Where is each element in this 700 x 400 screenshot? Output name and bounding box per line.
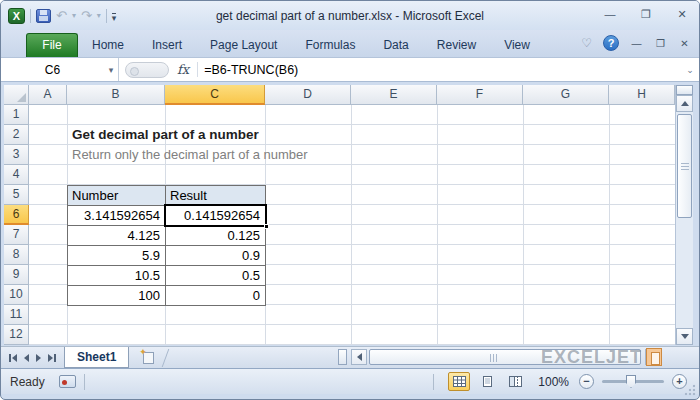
previous-sheet-button[interactable] xyxy=(24,354,29,362)
column-header-g[interactable]: G xyxy=(523,85,609,105)
scroll-down-button[interactable] xyxy=(676,328,693,345)
zoom-slider-track[interactable] xyxy=(602,380,664,383)
column-header-d[interactable]: D xyxy=(265,85,351,105)
column-header-e[interactable]: E xyxy=(351,85,437,105)
minimize-workbook-icon[interactable]: — xyxy=(630,38,643,49)
page-layout-view-button[interactable] xyxy=(476,372,498,391)
row-header-5[interactable]: 5 xyxy=(4,185,29,205)
vertical-scrollbar[interactable] xyxy=(675,85,693,345)
row-header-7[interactable]: 7 xyxy=(4,225,29,245)
column-header-b[interactable]: B xyxy=(67,85,165,105)
tab-file[interactable]: File xyxy=(26,33,78,57)
row-header-12[interactable]: 12 xyxy=(4,325,29,345)
zoom-slider-handle[interactable] xyxy=(626,375,636,388)
tab-home[interactable]: Home xyxy=(78,33,138,57)
row-header-8[interactable]: 8 xyxy=(4,245,29,265)
status-ready-text: Ready xyxy=(1,375,59,389)
sheet-tab-sheet1[interactable]: Sheet1 xyxy=(64,347,129,368)
select-all-corner[interactable] xyxy=(4,85,29,105)
zoom-out-button[interactable]: − xyxy=(579,374,594,389)
cell-b9[interactable]: 10.5 xyxy=(68,266,166,286)
arrow-down-icon xyxy=(681,334,689,339)
cell-b7[interactable]: 4.125 xyxy=(68,226,166,246)
insert-worksheet-button[interactable]: ✦ xyxy=(139,350,157,365)
tab-data[interactable]: Data xyxy=(369,33,422,57)
row-header-9[interactable]: 9 xyxy=(4,265,29,285)
macro-record-icon[interactable] xyxy=(59,375,76,388)
vertical-scroll-thumb[interactable] xyxy=(677,114,692,218)
row-header-11[interactable]: 11 xyxy=(4,305,29,325)
exceljet-watermark: EXCELJET xyxy=(541,347,662,367)
column-header-h[interactable]: H xyxy=(609,85,675,105)
gridline xyxy=(351,105,352,345)
page-break-preview-button[interactable] xyxy=(504,372,526,391)
table-header-number[interactable]: Number xyxy=(68,186,166,206)
tab-review[interactable]: Review xyxy=(423,33,490,57)
resize-grip[interactable] xyxy=(684,384,696,396)
tab-insert[interactable]: Insert xyxy=(138,33,196,57)
cell-b10[interactable]: 100 xyxy=(68,286,166,306)
name-box-dropdown-icon[interactable]: ▾ xyxy=(104,65,118,75)
next-sheet-button[interactable] xyxy=(36,354,41,362)
gridline xyxy=(523,105,524,345)
cell-b8[interactable]: 5.9 xyxy=(68,246,166,266)
gridline xyxy=(609,105,610,345)
help-icon[interactable]: ? xyxy=(603,35,619,51)
ribbon-right-controls: ♡ ? — ❐ ✕ xyxy=(581,35,691,51)
table-header-result[interactable]: Result xyxy=(166,186,266,206)
restore-window-icon[interactable]: ❐ xyxy=(639,8,653,21)
cell-c10[interactable]: 0 xyxy=(166,286,266,306)
heart-icon[interactable]: ♡ xyxy=(581,36,592,50)
column-header-a[interactable]: A xyxy=(29,85,67,105)
normal-view-button[interactable] xyxy=(448,372,470,391)
row-header-6[interactable]: 6 xyxy=(4,205,29,225)
scroll-up-button[interactable] xyxy=(676,95,693,112)
row-header-10[interactable]: 10 xyxy=(4,285,29,305)
cell-c8[interactable]: 0.9 xyxy=(166,246,266,266)
insert-function-divider xyxy=(125,62,169,78)
table-row: 5.9 0.9 xyxy=(68,246,266,266)
vertical-split-handle[interactable] xyxy=(676,85,693,95)
fill-handle[interactable] xyxy=(264,224,269,229)
column-header-f[interactable]: F xyxy=(437,85,523,105)
cell-c7[interactable]: 0.125 xyxy=(166,226,266,246)
selected-cell-outline[interactable] xyxy=(164,204,267,227)
column-headers: A B C D E F G H xyxy=(4,85,675,105)
row-header-4[interactable]: 4 xyxy=(4,165,29,185)
divider xyxy=(433,374,434,390)
arrow-up-icon xyxy=(681,101,689,106)
row-headers: 1 2 3 4 5 6 7 8 9 10 11 12 xyxy=(4,105,29,345)
name-box[interactable]: C6 ▾ xyxy=(1,58,119,81)
name-box-value: C6 xyxy=(1,63,104,77)
normal-view-icon xyxy=(453,376,466,387)
table-row: 100 0 xyxy=(68,286,266,306)
table-header-row: Number Result xyxy=(68,186,266,206)
gridline xyxy=(437,105,438,345)
close-window-icon[interactable]: ✕ xyxy=(675,8,689,21)
row-header-2[interactable]: 2 xyxy=(4,125,29,145)
scroll-left-button[interactable] xyxy=(351,349,367,365)
row-header-3[interactable]: 3 xyxy=(4,145,29,165)
ribbon-tab-bar: File Home Insert Page Layout Formulas Da… xyxy=(1,30,699,58)
window-title: get decimal part of a number.xlsx - Micr… xyxy=(1,9,699,23)
cell-b6[interactable]: 3.141592654 xyxy=(68,206,166,226)
horizontal-split-handle[interactable] xyxy=(338,349,347,365)
expand-formula-bar-icon[interactable]: ⌄ xyxy=(681,65,699,75)
row-header-1[interactable]: 1 xyxy=(4,105,29,125)
tab-page-layout[interactable]: Page Layout xyxy=(196,33,291,57)
column-header-c[interactable]: C xyxy=(165,85,265,105)
minimize-window-icon[interactable]: — xyxy=(603,8,617,21)
first-sheet-button[interactable] xyxy=(9,354,17,362)
zoom-level-text[interactable]: 100% xyxy=(538,375,569,389)
excel-window: X ↶▾ ↷▾ ▾ get decimal part of a number.x… xyxy=(0,0,700,400)
formula-input[interactable]: =B6-TRUNC(B6) xyxy=(198,63,681,77)
tab-view[interactable]: View xyxy=(490,33,544,57)
table-row: 4.125 0.125 xyxy=(68,226,266,246)
cell-c9[interactable]: 0.5 xyxy=(166,266,266,286)
restore-workbook-icon[interactable]: ❐ xyxy=(654,38,667,49)
arrow-left-icon xyxy=(357,353,362,361)
last-sheet-button[interactable] xyxy=(48,354,56,362)
insert-function-icon[interactable]: fx xyxy=(175,62,198,77)
tab-formulas[interactable]: Formulas xyxy=(291,33,369,57)
close-workbook-icon[interactable]: ✕ xyxy=(678,38,691,49)
